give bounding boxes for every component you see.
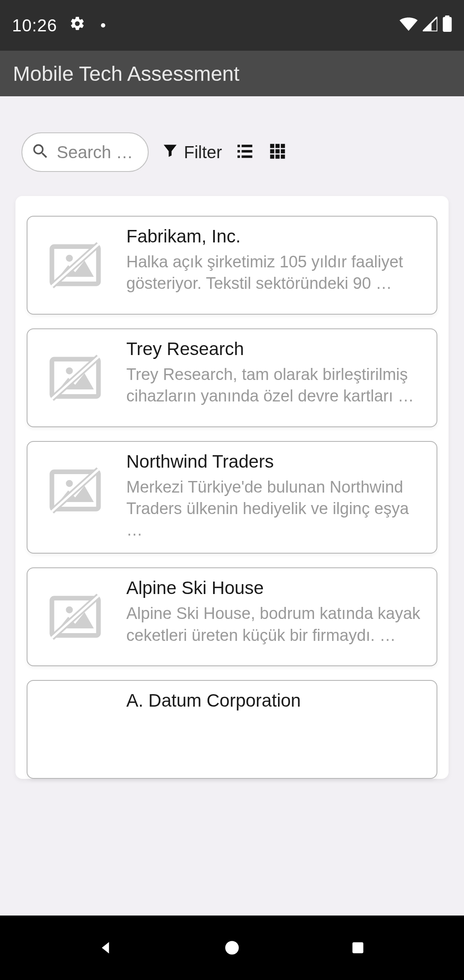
svg-line-18 [52,244,98,286]
filter-label: Filter [184,143,222,162]
status-bar: 10:26 [0,0,464,51]
svg-rect-6 [238,156,240,158]
system-nav-bar [0,916,464,980]
list-item[interactable]: Alpine Ski House Alpine Ski House, bodru… [27,567,437,666]
svg-rect-2 [238,145,240,147]
svg-line-20 [52,357,98,399]
svg-rect-16 [281,155,285,159]
svg-rect-4 [238,150,240,153]
grid-view-icon[interactable] [268,141,287,163]
home-button[interactable] [219,935,245,961]
svg-line-22 [52,469,98,511]
filter-icon [162,142,179,163]
svg-rect-5 [241,150,252,153]
svg-rect-12 [275,149,280,153]
list-container: Fabrikam, Inc. Halka açık şirketimiz 105… [15,196,449,779]
search-input[interactable] [57,143,137,162]
item-title: Trey Research [126,339,424,359]
svg-rect-9 [275,144,280,148]
svg-rect-0 [443,17,452,32]
item-title: Northwind Traders [126,451,424,472]
thumbnail-placeholder [39,454,112,527]
list-item[interactable]: Northwind Traders Merkezi Türkiye'de bul… [27,441,437,554]
wifi-icon [400,16,418,35]
svg-rect-13 [281,149,285,153]
svg-rect-26 [353,942,363,953]
item-desc: Alpine Ski House, bodrum katında kayak c… [126,603,424,646]
item-title: Alpine Ski House [126,578,424,598]
item-desc: Trey Research, tam olarak birleştirilmiş… [126,364,424,407]
item-desc: Merkezi Türkiye'de bulunan Northwind Tra… [126,476,424,541]
svg-rect-10 [281,144,285,148]
list-item[interactable]: A. Datum Corporation [27,680,437,779]
tools-row: Filter [0,132,464,172]
svg-rect-3 [241,145,252,147]
search-input-container[interactable] [21,132,149,172]
gear-icon [69,15,85,36]
recents-button[interactable] [345,935,371,961]
app-bar: Mobile Tech Assessment [0,51,464,96]
svg-rect-14 [270,155,275,159]
filter-button[interactable]: Filter [162,142,222,163]
status-clock: 10:26 [12,16,57,35]
search-icon [31,142,50,162]
signal-icon [423,16,437,35]
main-content: Filter Fabrikam, Inc. Halka açık şirketi… [0,96,464,916]
svg-rect-11 [270,149,275,153]
item-title: Fabrikam, Inc. [126,226,424,247]
item-desc: Halka açık şirketimiz 105 yıldır faaliye… [126,251,424,294]
list-view-icon[interactable] [235,141,255,163]
svg-rect-7 [241,156,252,158]
notification-dot-icon [101,23,105,28]
svg-line-24 [52,596,98,638]
battery-icon [443,15,452,36]
list-item[interactable]: Trey Research Trey Research, tam olarak … [27,328,437,427]
thumbnail-placeholder [39,229,112,302]
svg-rect-15 [275,155,280,159]
svg-point-25 [225,941,239,955]
svg-rect-1 [445,15,449,18]
thumbnail-placeholder [39,693,112,766]
thumbnail-placeholder [39,580,112,653]
page-title: Mobile Tech Assessment [13,62,239,86]
item-title: A. Datum Corporation [126,690,424,711]
list-item[interactable]: Fabrikam, Inc. Halka açık şirketimiz 105… [27,216,437,315]
thumbnail-placeholder [39,341,112,414]
svg-rect-8 [270,144,275,148]
back-button[interactable] [93,935,119,961]
